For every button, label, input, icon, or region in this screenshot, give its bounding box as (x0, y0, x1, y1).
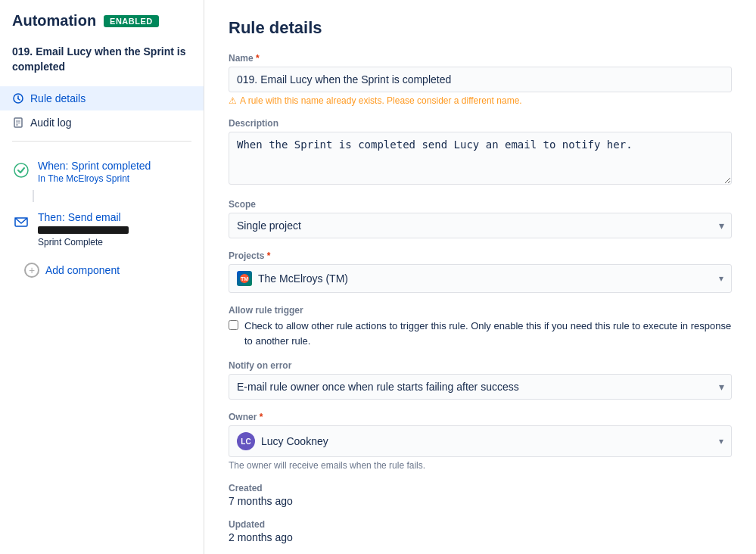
sidebar-divider (12, 141, 191, 142)
svg-line-2 (18, 99, 20, 101)
owner-content: LC Lucy Cookney (237, 432, 328, 450)
rule-name: 019. Email Lucy when the Sprint is compl… (12, 45, 191, 74)
scope-group: Scope Single project Multiple projects G… (229, 199, 732, 238)
sprint-icon (12, 161, 30, 179)
created-label: Created (229, 483, 732, 493)
rule-name-section: 019. Email Lucy when the Sprint is compl… (0, 39, 204, 86)
allow-rule-trigger-checkbox-group: Check to allow other rule actions to tri… (229, 319, 732, 348)
allow-rule-trigger-text[interactable]: Check to allow other rule actions to tri… (244, 319, 732, 348)
projects-select[interactable]: TM The McElroys (TM) ▾ (229, 264, 732, 293)
updated-group: Updated 2 months ago (229, 519, 732, 543)
owner-select[interactable]: LC Lucy Cookney ▾ (229, 425, 732, 457)
nav-rule-details-label: Rule details (30, 92, 86, 104)
owner-name: Lucy Cookney (261, 435, 328, 447)
updated-label: Updated (229, 519, 732, 530)
nav-item-audit-log[interactable]: Audit log (0, 110, 204, 135)
connector-line (33, 190, 34, 202)
name-input[interactable] (229, 67, 732, 92)
owner-label: Owner * (229, 412, 732, 422)
description-label: Description (229, 118, 732, 129)
allow-rule-trigger-checkbox[interactable] (229, 320, 238, 330)
nav-item-rule-details[interactable]: Rule details (0, 86, 204, 110)
components-section: When: Sprint completed In The McElroys S… (0, 148, 204, 293)
owner-info: The owner will receive emails when the r… (229, 460, 732, 471)
trigger-title[interactable]: When: Sprint completed (38, 160, 191, 172)
scope-select-wrapper: Single project Multiple projects Global (229, 213, 732, 238)
projects-select-content: TM The McElroys (TM) (237, 271, 348, 286)
warning-icon: ⚠ (229, 95, 237, 106)
notify-select-wrapper: E-mail rule owner once when rule starts … (229, 374, 732, 400)
description-group: Description When the Sprint is completed… (229, 118, 732, 187)
description-textarea[interactable]: When the Sprint is completed send Lucy a… (229, 132, 732, 185)
allow-rule-trigger-label: Allow rule trigger (229, 305, 732, 316)
notify-on-error-select[interactable]: E-mail rule owner once when rule starts … (229, 374, 732, 400)
enabled-badge: ENABLED (104, 15, 159, 27)
document-icon (12, 117, 24, 129)
projects-group: Projects * TM The McElroys (TM) ▾ (229, 251, 732, 293)
action-component[interactable]: Then: Send email Sprint Complete (12, 205, 191, 254)
trigger-component[interactable]: When: Sprint completed In The McElroys S… (12, 154, 191, 190)
projects-value: The McElroys (TM) (258, 272, 348, 285)
updated-value: 2 months ago (229, 531, 732, 543)
notify-on-error-group: Notify on error E-mail rule owner once w… (229, 360, 732, 400)
scope-label: Scope (229, 199, 732, 210)
add-component-label: Add component (45, 264, 120, 276)
allow-rule-trigger-group: Allow rule trigger Check to allow other … (229, 305, 732, 348)
name-group: Name * ⚠ A rule with this name already e… (229, 53, 732, 106)
action-subject-redacted (38, 226, 129, 234)
sidebar: Automation ENABLED 019. Email Lucy when … (0, 0, 204, 554)
created-group: Created 7 months ago (229, 483, 732, 507)
clock-icon (12, 92, 24, 104)
panel-title: Rule details (229, 18, 732, 38)
trigger-subtitle: In The McElroys Sprint (38, 173, 191, 184)
automation-title: Automation (12, 12, 96, 30)
add-circle-icon: + (24, 263, 39, 278)
notify-on-error-label: Notify on error (229, 360, 732, 371)
project-avatar: TM (237, 271, 252, 286)
action-body-text: Sprint Complete (38, 237, 191, 247)
svg-point-7 (14, 163, 28, 177)
name-label: Name * (229, 53, 732, 64)
owner-group: Owner * LC Lucy Cookney ▾ The owner will… (229, 412, 732, 471)
trigger-content: When: Sprint completed In The McElroys S… (38, 160, 191, 184)
add-component-button[interactable]: + Add component (12, 254, 191, 287)
name-warning: ⚠ A rule with this name already exists. … (229, 95, 732, 106)
main-panel: Rule details Name * ⚠ A rule with this n… (204, 0, 756, 554)
svg-text:TM: TM (241, 276, 248, 282)
scope-select[interactable]: Single project Multiple projects Global (229, 213, 732, 238)
email-icon (12, 213, 30, 231)
action-content: Then: Send email Sprint Complete (38, 211, 191, 247)
owner-chevron-icon: ▾ (719, 436, 723, 447)
projects-label: Projects * (229, 251, 732, 261)
action-title[interactable]: Then: Send email (38, 211, 191, 223)
nav-items: Rule details Audit log (0, 86, 204, 135)
projects-chevron-icon: ▾ (719, 273, 723, 284)
nav-audit-log-label: Audit log (30, 117, 71, 129)
owner-avatar: LC (237, 432, 255, 450)
sidebar-header: Automation ENABLED (0, 12, 204, 39)
created-value: 7 months ago (229, 495, 732, 507)
